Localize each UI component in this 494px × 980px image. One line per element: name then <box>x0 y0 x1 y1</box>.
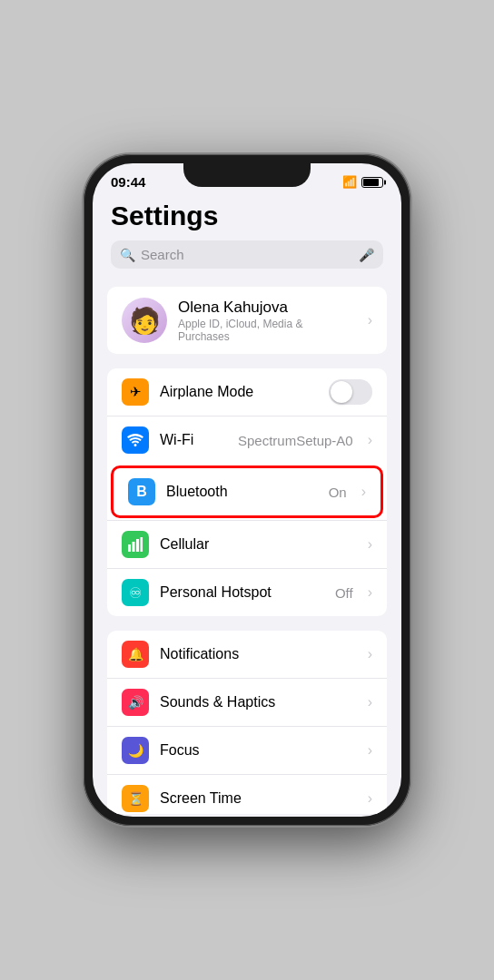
sounds-icon: 🔊 <box>122 689 149 716</box>
svg-rect-2 <box>136 539 139 552</box>
profile-card: 🧑 Olena Kahujova Apple ID, iCloud, Media… <box>107 287 387 354</box>
svg-rect-3 <box>141 537 143 552</box>
battery-icon <box>361 177 383 188</box>
profile-subtitle: Apple ID, iCloud, Media & Purchases <box>178 318 357 343</box>
screen-content: Settings 🔍 Search 🎤 🧑 Olena Kahujova App… <box>93 193 401 814</box>
profile-name: Olena Kahujova <box>178 299 357 317</box>
hotspot-chevron: › <box>368 584 372 601</box>
airplane-mode-row[interactable]: ✈ Airplane Mode <box>107 368 387 416</box>
notifications-card: 🔔 Notifications › 🔊 Sounds & Haptics › 🌙… <box>107 631 387 814</box>
svg-rect-1 <box>133 542 135 552</box>
screen-time-row[interactable]: ⏳ Screen Time › <box>107 774 387 814</box>
page-title: Settings <box>111 201 383 231</box>
search-placeholder: Search <box>141 247 353 262</box>
wifi-icon <box>122 426 149 454</box>
search-icon: 🔍 <box>120 248 135 262</box>
screen-time-label: Screen Time <box>160 790 357 807</box>
settings-header: Settings 🔍 Search 🎤 <box>93 193 401 287</box>
profile-row[interactable]: 🧑 Olena Kahujova Apple ID, iCloud, Media… <box>107 287 387 354</box>
screen-time-chevron: › <box>368 790 372 807</box>
screen-time-icon: ⏳ <box>122 785 149 812</box>
wifi-row[interactable]: Wi-Fi SpectrumSetup-A0 › <box>107 416 387 464</box>
phone-screen: 09:44 📶 Settings 🔍 Search 🎤 <box>93 163 401 817</box>
svg-rect-0 <box>128 544 131 552</box>
phone-frame: 09:44 📶 Settings 🔍 Search 🎤 <box>84 154 410 826</box>
status-time: 09:44 <box>111 174 145 190</box>
sounds-label: Sounds & Haptics <box>160 694 357 710</box>
bluetooth-icon: B <box>128 478 155 505</box>
airplane-mode-icon: ✈ <box>122 378 149 406</box>
hotspot-row[interactable]: ♾ Personal Hotspot Off › <box>107 568 387 616</box>
airplane-mode-toggle[interactable] <box>329 379 372 405</box>
cellular-row[interactable]: Cellular › <box>107 520 387 568</box>
profile-info: Olena Kahujova Apple ID, iCloud, Media &… <box>178 299 357 343</box>
wifi-icon: 📶 <box>342 175 357 189</box>
connectivity-card: ✈ Airplane Mode Wi-Fi SpectrumSetup-A0 <box>107 368 387 616</box>
avatar: 🧑 <box>122 298 167 343</box>
wifi-label: Wi-Fi <box>160 432 227 448</box>
bluetooth-chevron: › <box>361 484 366 500</box>
bluetooth-highlight-border: B Bluetooth On › <box>111 466 383 518</box>
cellular-label: Cellular <box>160 536 357 553</box>
notifications-icon: 🔔 <box>122 641 149 668</box>
cellular-icon <box>122 531 149 558</box>
hotspot-icon: ♾ <box>122 579 149 606</box>
focus-label: Focus <box>160 742 357 759</box>
search-bar[interactable]: 🔍 Search 🎤 <box>111 240 383 269</box>
focus-row[interactable]: 🌙 Focus › <box>107 726 387 774</box>
profile-chevron: › <box>368 312 372 328</box>
airplane-mode-label: Airplane Mode <box>160 384 318 400</box>
focus-chevron: › <box>368 742 372 759</box>
notifications-label: Notifications <box>160 646 357 662</box>
sounds-chevron: › <box>368 694 372 710</box>
hotspot-value: Off <box>335 585 353 601</box>
cellular-chevron: › <box>368 536 372 553</box>
wifi-value: SpectrumSetup-A0 <box>238 433 353 448</box>
bluetooth-highlight-wrapper: B Bluetooth On › <box>107 466 387 518</box>
sounds-row[interactable]: 🔊 Sounds & Haptics › <box>107 678 387 726</box>
bluetooth-label: Bluetooth <box>166 484 318 500</box>
focus-icon: 🌙 <box>122 737 149 764</box>
microphone-icon: 🎤 <box>359 248 374 262</box>
notch <box>183 163 311 187</box>
hotspot-label: Personal Hotspot <box>160 584 324 601</box>
notifications-row[interactable]: 🔔 Notifications › <box>107 631 387 678</box>
bluetooth-row[interactable]: B Bluetooth On › <box>114 468 380 515</box>
wifi-chevron: › <box>368 432 372 448</box>
notifications-chevron: › <box>368 646 372 662</box>
status-icons: 📶 <box>342 175 383 189</box>
bluetooth-value: On <box>329 485 347 500</box>
